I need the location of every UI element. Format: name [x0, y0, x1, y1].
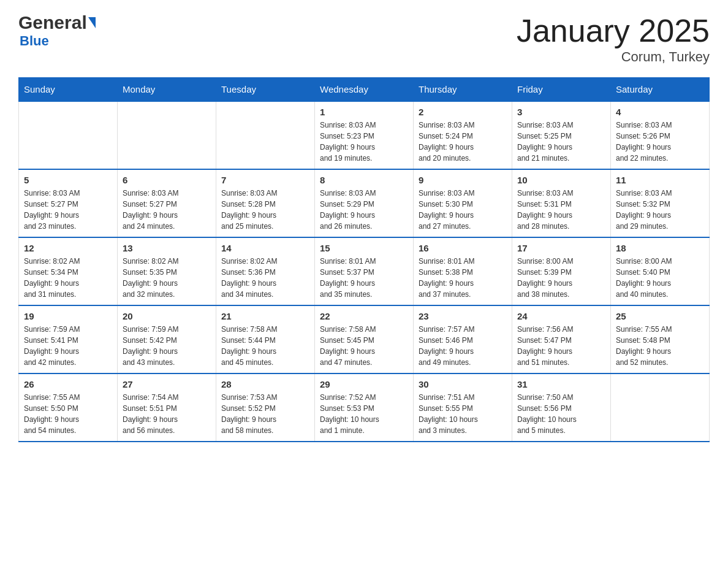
day-number: 26	[24, 379, 112, 389]
day-info: Sunrise: 7:55 AM Sunset: 5:48 PM Dayligh…	[616, 324, 704, 368]
calendar-subtitle: Corum, Turkey	[517, 49, 710, 65]
logo-triangle-icon	[88, 17, 96, 28]
day-info: Sunrise: 8:01 AM Sunset: 5:38 PM Dayligh…	[419, 256, 507, 300]
day-number: 18	[616, 243, 704, 253]
day-number: 8	[320, 175, 408, 185]
day-number: 7	[221, 175, 309, 185]
calendar-cell: 20Sunrise: 7:59 AM Sunset: 5:42 PM Dayli…	[118, 305, 216, 373]
calendar-cell: 16Sunrise: 8:01 AM Sunset: 5:38 PM Dayli…	[414, 237, 512, 305]
calendar-cell: 2Sunrise: 8:03 AM Sunset: 5:24 PM Daylig…	[414, 101, 512, 169]
calendar-cell: 18Sunrise: 8:00 AM Sunset: 5:40 PM Dayli…	[611, 237, 710, 305]
calendar-cell: 9Sunrise: 8:03 AM Sunset: 5:30 PM Daylig…	[414, 169, 512, 237]
calendar-cell	[216, 101, 315, 169]
calendar-cell: 6Sunrise: 8:03 AM Sunset: 5:27 PM Daylig…	[118, 169, 216, 237]
day-number: 12	[24, 243, 112, 253]
calendar-cell: 11Sunrise: 8:03 AM Sunset: 5:32 PM Dayli…	[611, 169, 710, 237]
calendar-cell: 13Sunrise: 8:02 AM Sunset: 5:35 PM Dayli…	[118, 237, 216, 305]
page-header: General Blue January 2025 Corum, Turkey	[18, 12, 710, 65]
day-number: 14	[221, 243, 309, 253]
calendar-cell: 27Sunrise: 7:54 AM Sunset: 5:51 PM Dayli…	[118, 373, 216, 442]
calendar-cell: 14Sunrise: 8:02 AM Sunset: 5:36 PM Dayli…	[216, 237, 315, 305]
calendar-cell: 22Sunrise: 7:58 AM Sunset: 5:45 PM Dayli…	[315, 305, 414, 373]
day-number: 3	[517, 107, 605, 117]
day-info: Sunrise: 7:50 AM Sunset: 5:56 PM Dayligh…	[517, 392, 605, 436]
calendar-week-row: 12Sunrise: 8:02 AM Sunset: 5:34 PM Dayli…	[19, 237, 710, 305]
day-number: 4	[616, 107, 704, 117]
day-info: Sunrise: 7:54 AM Sunset: 5:51 PM Dayligh…	[123, 392, 211, 436]
day-number: 21	[221, 311, 309, 321]
day-number: 31	[517, 379, 605, 389]
calendar-cell: 30Sunrise: 7:51 AM Sunset: 5:55 PM Dayli…	[414, 373, 512, 442]
day-info: Sunrise: 8:01 AM Sunset: 5:37 PM Dayligh…	[320, 256, 408, 300]
logo: General Blue	[18, 12, 96, 49]
day-number: 13	[123, 243, 211, 253]
day-number: 28	[221, 379, 309, 389]
logo-general-text: General	[18, 12, 87, 33]
calendar-cell	[19, 101, 118, 169]
day-number: 5	[24, 175, 112, 185]
calendar-cell	[118, 101, 216, 169]
calendar-cell: 19Sunrise: 7:59 AM Sunset: 5:41 PM Dayli…	[19, 305, 118, 373]
calendar-cell: 25Sunrise: 7:55 AM Sunset: 5:48 PM Dayli…	[611, 305, 710, 373]
day-info: Sunrise: 7:55 AM Sunset: 5:50 PM Dayligh…	[24, 392, 112, 436]
day-info: Sunrise: 8:03 AM Sunset: 5:27 PM Dayligh…	[123, 188, 211, 232]
day-number: 22	[320, 311, 408, 321]
calendar-cell: 10Sunrise: 8:03 AM Sunset: 5:31 PM Dayli…	[512, 169, 611, 237]
day-info: Sunrise: 7:59 AM Sunset: 5:42 PM Dayligh…	[123, 324, 211, 368]
calendar-cell: 21Sunrise: 7:58 AM Sunset: 5:44 PM Dayli…	[216, 305, 315, 373]
calendar-week-row: 19Sunrise: 7:59 AM Sunset: 5:41 PM Dayli…	[19, 305, 710, 373]
calendar-cell: 24Sunrise: 7:56 AM Sunset: 5:47 PM Dayli…	[512, 305, 611, 373]
day-of-week-header: Thursday	[414, 78, 512, 102]
day-info: Sunrise: 8:03 AM Sunset: 5:31 PM Dayligh…	[517, 188, 605, 232]
day-of-week-header: Tuesday	[216, 78, 315, 102]
day-number: 15	[320, 243, 408, 253]
calendar-cell	[611, 373, 710, 442]
calendar-cell: 26Sunrise: 7:55 AM Sunset: 5:50 PM Dayli…	[19, 373, 118, 442]
day-of-week-header: Sunday	[19, 78, 118, 102]
day-info: Sunrise: 7:59 AM Sunset: 5:41 PM Dayligh…	[24, 324, 112, 368]
calendar-cell: 4Sunrise: 8:03 AM Sunset: 5:26 PM Daylig…	[611, 101, 710, 169]
day-of-week-header: Wednesday	[315, 78, 414, 102]
day-info: Sunrise: 7:58 AM Sunset: 5:45 PM Dayligh…	[320, 324, 408, 368]
day-info: Sunrise: 8:03 AM Sunset: 5:25 PM Dayligh…	[517, 120, 605, 164]
calendar-cell: 8Sunrise: 8:03 AM Sunset: 5:29 PM Daylig…	[315, 169, 414, 237]
day-info: Sunrise: 8:02 AM Sunset: 5:36 PM Dayligh…	[221, 256, 309, 300]
day-info: Sunrise: 8:03 AM Sunset: 5:28 PM Dayligh…	[221, 188, 309, 232]
calendar-title: January 2025	[517, 12, 710, 49]
day-number: 23	[419, 311, 507, 321]
day-number: 17	[517, 243, 605, 253]
day-number: 2	[419, 107, 507, 117]
day-number: 10	[517, 175, 605, 185]
day-info: Sunrise: 8:03 AM Sunset: 5:32 PM Dayligh…	[616, 188, 704, 232]
day-number: 11	[616, 175, 704, 185]
day-number: 6	[123, 175, 211, 185]
day-number: 27	[123, 379, 211, 389]
day-of-week-header: Friday	[512, 78, 611, 102]
day-info: Sunrise: 8:03 AM Sunset: 5:26 PM Dayligh…	[616, 120, 704, 164]
day-number: 19	[24, 311, 112, 321]
day-number: 20	[123, 311, 211, 321]
day-number: 29	[320, 379, 408, 389]
title-section: January 2025 Corum, Turkey	[517, 12, 710, 65]
day-number: 16	[419, 243, 507, 253]
day-number: 25	[616, 311, 704, 321]
calendar-cell: 29Sunrise: 7:52 AM Sunset: 5:53 PM Dayli…	[315, 373, 414, 442]
day-info: Sunrise: 7:58 AM Sunset: 5:44 PM Dayligh…	[221, 324, 309, 368]
day-info: Sunrise: 7:56 AM Sunset: 5:47 PM Dayligh…	[517, 324, 605, 368]
calendar-cell: 23Sunrise: 7:57 AM Sunset: 5:46 PM Dayli…	[414, 305, 512, 373]
day-number: 9	[419, 175, 507, 185]
day-info: Sunrise: 7:52 AM Sunset: 5:53 PM Dayligh…	[320, 392, 408, 436]
calendar-cell: 28Sunrise: 7:53 AM Sunset: 5:52 PM Dayli…	[216, 373, 315, 442]
day-info: Sunrise: 8:03 AM Sunset: 5:29 PM Dayligh…	[320, 188, 408, 232]
calendar-cell: 1Sunrise: 8:03 AM Sunset: 5:23 PM Daylig…	[315, 101, 414, 169]
day-info: Sunrise: 8:03 AM Sunset: 5:30 PM Dayligh…	[419, 188, 507, 232]
day-info: Sunrise: 8:02 AM Sunset: 5:35 PM Dayligh…	[123, 256, 211, 300]
calendar-week-row: 1Sunrise: 8:03 AM Sunset: 5:23 PM Daylig…	[19, 101, 710, 169]
day-number: 24	[517, 311, 605, 321]
calendar-cell: 17Sunrise: 8:00 AM Sunset: 5:39 PM Dayli…	[512, 237, 611, 305]
day-of-week-header: Monday	[118, 78, 216, 102]
day-info: Sunrise: 7:51 AM Sunset: 5:55 PM Dayligh…	[419, 392, 507, 436]
day-number: 1	[320, 107, 408, 117]
calendar-week-row: 26Sunrise: 7:55 AM Sunset: 5:50 PM Dayli…	[19, 373, 710, 442]
calendar-week-row: 5Sunrise: 8:03 AM Sunset: 5:27 PM Daylig…	[19, 169, 710, 237]
